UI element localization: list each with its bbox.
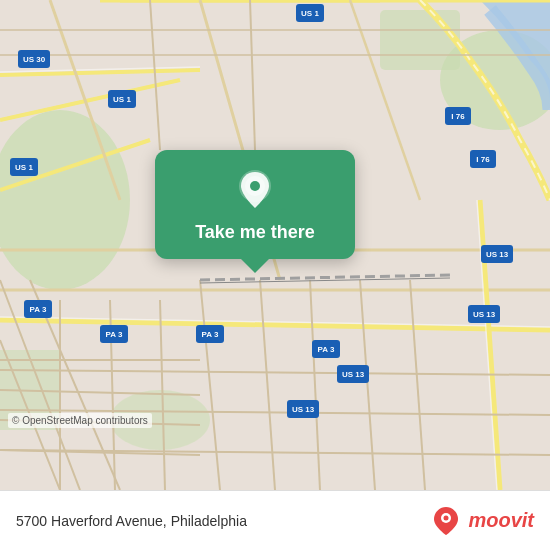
- copyright-text: © OpenStreetMap contributors: [8, 413, 152, 428]
- svg-text:I 76: I 76: [451, 112, 465, 121]
- moovit-text: moovit: [468, 509, 534, 532]
- svg-text:US 13: US 13: [486, 250, 509, 259]
- svg-text:PA 3: PA 3: [318, 345, 335, 354]
- take-me-there-card[interactable]: Take me there: [155, 150, 355, 259]
- svg-text:PA 3: PA 3: [106, 330, 123, 339]
- map-container: US 1 US 30 US 1 US 1 I 76 I 76 US 13 US …: [0, 0, 550, 490]
- svg-text:PA 3: PA 3: [202, 330, 219, 339]
- svg-text:US 13: US 13: [292, 405, 315, 414]
- svg-text:US 13: US 13: [473, 310, 496, 319]
- svg-text:US 1: US 1: [15, 163, 33, 172]
- svg-text:I 76: I 76: [476, 155, 490, 164]
- svg-text:US 1: US 1: [301, 9, 319, 18]
- moovit-logo[interactable]: moovit: [428, 503, 534, 539]
- svg-text:PA 3: PA 3: [30, 305, 47, 314]
- moovit-pin-icon: [430, 505, 462, 537]
- svg-text:US 13: US 13: [342, 370, 365, 379]
- svg-point-75: [250, 181, 260, 191]
- map-pin-icon: [233, 168, 277, 212]
- svg-point-77: [444, 515, 449, 520]
- take-me-there-button[interactable]: Take me there: [195, 222, 315, 243]
- svg-rect-3: [380, 10, 460, 70]
- bottom-bar: 5700 Haverford Avenue, Philadelphia moov…: [0, 490, 550, 550]
- svg-text:US 30: US 30: [23, 55, 46, 64]
- svg-text:US 1: US 1: [113, 95, 131, 104]
- address-text: 5700 Haverford Avenue, Philadelphia: [16, 513, 247, 529]
